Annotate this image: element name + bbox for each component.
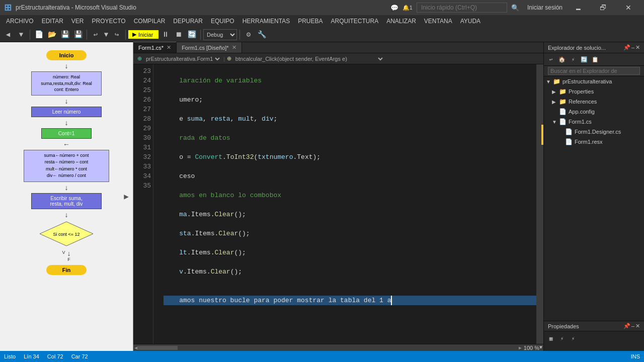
zoom-dropdown[interactable]: ▼: [539, 345, 542, 350]
namespace-select[interactable]: prEstructuralterativa.Form1: [144, 55, 221, 62]
form1cs-label: Form1.cs: [569, 119, 592, 125]
menu-depurar[interactable]: DEPURAR: [169, 15, 207, 27]
vs-icon: ⊞: [4, 2, 12, 13]
menu-prueba[interactable]: PRUEBA: [294, 15, 327, 27]
props-pin-button[interactable]: 📌: [623, 323, 630, 329]
menu-herramientas[interactable]: HERRAMIENTAS: [238, 15, 294, 27]
save-button[interactable]: 💾: [59, 29, 71, 41]
prop-event-btn[interactable]: ⚡: [568, 333, 578, 343]
restart-button[interactable]: 🔄: [186, 29, 198, 41]
arrow-3: ↓: [65, 119, 68, 126]
minimize-button[interactable]: 🗕: [567, 0, 590, 15]
flowchart-diamond: Si cont <= 12: [39, 221, 94, 247]
flowchart-cont: Cont=1: [41, 128, 92, 139]
menu-ventana[interactable]: VENTANA: [420, 15, 456, 27]
tab-form1-designer[interactable]: Form1.cs [Diseño]* ✕: [177, 42, 242, 53]
menu-compilar[interactable]: COMPILAR: [130, 15, 170, 27]
scroll-right-arrow[interactable]: ▶: [519, 345, 522, 351]
open-button[interactable]: 📂: [46, 29, 58, 41]
close-button[interactable]: ✕: [617, 0, 640, 15]
tree-item-form1designer[interactable]: ▶ 📄 Form1.Designer.cs: [544, 127, 644, 137]
restore-button[interactable]: 🗗: [592, 0, 615, 15]
line-numbers: 23 24 25 26 27 28 29 30 31 32 33 34 35: [133, 64, 153, 344]
method-select[interactable]: btncalcular_Click(object sender, EventAr…: [233, 55, 384, 62]
toolbar-btn-2[interactable]: 🔧: [256, 29, 268, 41]
properties-header: Propiedades 📌 – ✕: [544, 321, 644, 331]
code-editor[interactable]: 23 24 25 26 27 28 29 30 31 32 33 34 35 l…: [133, 64, 543, 344]
tree-arrow-solution: ▼: [546, 79, 551, 84]
zoom-level: 100 %: [524, 345, 539, 351]
form1cs-icon: 📄: [559, 118, 567, 125]
signin-button[interactable]: Iniciar sesión: [527, 4, 562, 11]
sol-btn-3[interactable]: ⚡: [568, 54, 578, 64]
back-button[interactable]: ◀: [2, 29, 14, 41]
redo-button[interactable]: ↪: [111, 29, 123, 41]
form1resx-label: Form1.resx: [575, 139, 603, 145]
menu-ayuda[interactable]: AYUDA: [456, 15, 485, 27]
tree-item-form1cs[interactable]: ▼ 📄 Form1.cs: [544, 117, 644, 127]
menu-equipo[interactable]: EQUIPO: [207, 15, 238, 27]
undo-button[interactable]: ↩: [90, 29, 102, 41]
scroll-track[interactable]: [137, 346, 519, 350]
menu-ver[interactable]: VER: [67, 15, 88, 27]
forward-button[interactable]: ▼: [15, 29, 27, 41]
fc-side-arrow: ▶: [124, 192, 129, 202]
tree-item-appconfig[interactable]: ▶ 📄 App.config: [544, 107, 644, 117]
tab-form1-designer-close[interactable]: ✕: [232, 44, 236, 51]
save-all-button[interactable]: 💾: [72, 29, 84, 41]
sol-btn-4[interactable]: 🔄: [579, 54, 589, 64]
new-button[interactable]: 📄: [33, 29, 45, 41]
solution-close-button[interactable]: ✕: [635, 44, 640, 51]
search-icon[interactable]: 🔍: [511, 4, 519, 12]
stop-button[interactable]: ⏹: [173, 29, 185, 41]
toolbar-btn-1[interactable]: ⚙: [243, 29, 255, 41]
path-icon: ⊕: [137, 55, 142, 62]
menu-editar[interactable]: EDITAR: [38, 15, 67, 27]
sol-btn-2[interactable]: 🏠: [557, 54, 567, 64]
quick-search-input[interactable]: [417, 3, 507, 13]
solution-search-input[interactable]: [548, 67, 640, 75]
prop-grid-btn[interactable]: ▦: [546, 333, 556, 343]
debug-mode-select[interactable]: Debug Release: [203, 29, 237, 40]
main-layout: Inicio ↓ número: Realsuma,resta,mult,div…: [0, 42, 644, 351]
scroll-thumb[interactable]: [137, 346, 178, 350]
method-icon: ⊕: [227, 55, 231, 62]
tab-form1-cs[interactable]: Form1.cs* ✕: [133, 42, 177, 53]
props-minimize-button[interactable]: –: [631, 323, 634, 329]
status-line: Lín 34: [24, 353, 39, 359]
solution-pin-button[interactable]: 📌: [623, 44, 630, 51]
pause-button[interactable]: ⏸: [159, 29, 172, 41]
menu-bar: ARCHIVO EDITAR VER PROYECTO COMPILAR DEP…: [0, 15, 644, 27]
properties-panel: Propiedades 📌 – ✕ ▦ ⚡ ⚡: [544, 321, 644, 351]
props-close-button[interactable]: ✕: [635, 323, 640, 329]
menu-analizar[interactable]: ANALIZAR: [382, 15, 420, 27]
scroll-indicator: [541, 125, 543, 145]
horizontal-scrollbar[interactable]: ◀ ▶ 100 % ▼: [133, 344, 543, 351]
tab-form1-cs-close[interactable]: ✕: [167, 44, 171, 51]
sol-btn-5[interactable]: 📋: [590, 54, 600, 64]
status-bar: Listo Lín 34 Col 72 Car 72 INS: [0, 351, 644, 362]
tree-item-form1resx[interactable]: ▶ 📄 Form1.resx: [544, 137, 644, 147]
menu-arquitectura[interactable]: ARQUITECTURA: [327, 15, 383, 27]
form1designer-label: Form1.Designer.cs: [575, 129, 621, 135]
menu-archivo[interactable]: ARCHIVO: [2, 15, 38, 27]
sol-btn-1[interactable]: ↩: [546, 54, 556, 64]
tree-item-references[interactable]: ▶ 📁 References: [544, 97, 644, 107]
arrow-5: ↓: [65, 184, 68, 191]
tab-form1-designer-label: Form1.cs [Diseño]*: [182, 45, 229, 51]
tree-item-solution[interactable]: ▼ 📁 prEstructuralterativa: [544, 76, 644, 86]
menu-proyecto[interactable]: PROYECTO: [88, 15, 130, 27]
arrow-6: ↓: [65, 211, 68, 218]
prop-sort-btn[interactable]: ⚡: [557, 333, 567, 343]
tree-item-properties[interactable]: ▶ 📁 Properties: [544, 86, 644, 97]
solution-minimize-button[interactable]: –: [631, 44, 634, 51]
right-gutter[interactable]: [536, 64, 543, 344]
solution-header-label: Explorador de solucio...: [548, 45, 606, 51]
undo-dropdown[interactable]: ▼: [103, 29, 110, 41]
appconfig-icon: 📄: [559, 108, 567, 115]
form1resx-icon: 📄: [565, 138, 573, 145]
solution-search: [544, 66, 644, 76]
code-content[interactable]: laración de variables umero; e suma, res…: [153, 64, 536, 344]
start-button[interactable]: ▶ Iniciar: [128, 30, 158, 39]
tree-arrow-references: ▶: [552, 99, 557, 105]
